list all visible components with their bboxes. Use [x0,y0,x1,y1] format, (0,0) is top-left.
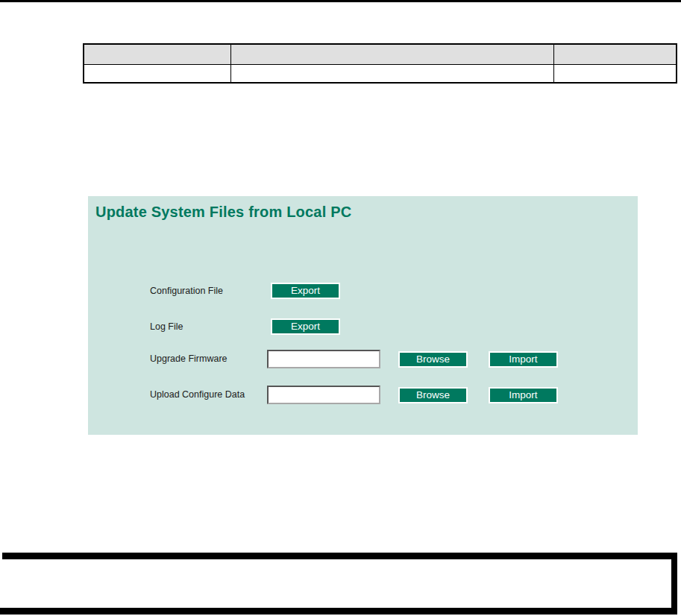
firmware-file-input[interactable] [267,350,380,368]
table-header-row [84,44,677,64]
update-system-files-panel: Update System Files from Local PC Config… [88,196,638,435]
export-configuration-button[interactable]: Export [271,283,340,299]
browse-firmware-button[interactable]: Browse [398,351,468,368]
panel-title: Update System Files from Local PC [95,204,351,221]
footer-rule-box [2,553,677,615]
table-cell [553,64,677,83]
summary-table [83,43,677,84]
import-firmware-button[interactable]: Import [489,351,558,368]
table-cell [84,64,230,83]
import-configure-data-button[interactable]: Import [489,387,558,403]
field-label: Upload Configure Data [150,389,245,400]
table-header-cell [84,44,230,64]
table-header-cell [230,44,553,64]
table-header-cell [553,44,677,64]
browse-configure-data-button[interactable]: Browse [398,387,468,403]
upgrade-firmware-row: Upgrade Firmware Browse Import [88,350,638,369]
configure-data-file-input[interactable] [267,386,380,404]
configuration-file-row: Configuration File Export [88,281,638,301]
top-page-rule [0,0,681,2]
table-row [84,64,677,83]
field-label: Upgrade Firmware [150,353,227,364]
export-log-button[interactable]: Export [271,318,340,335]
table-cell [230,64,553,83]
footer-rule-left-stub [0,608,2,615]
field-label: Log File [150,321,183,332]
upload-configure-data-row: Upload Configure Data Browse Import [88,386,638,405]
field-label: Configuration File [150,286,223,296]
log-file-row: Log File Export [88,317,638,336]
